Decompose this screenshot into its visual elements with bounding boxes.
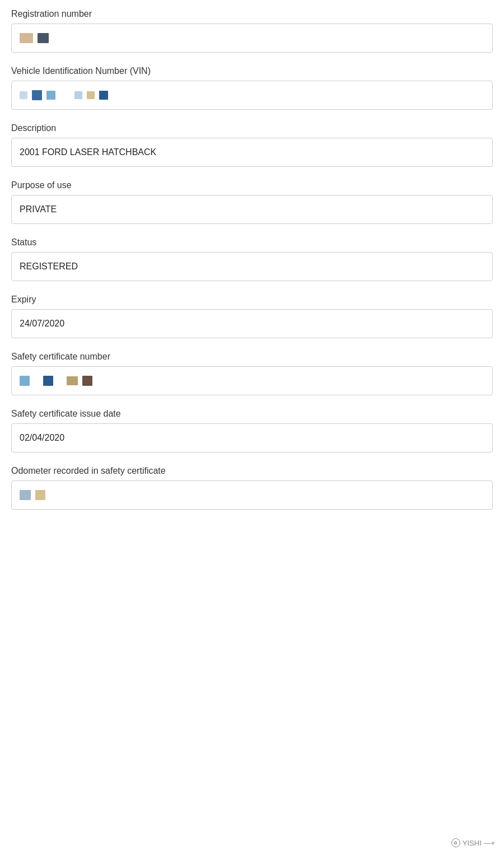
page-container: Registration number Vehicle Identificati… — [0, 0, 504, 532]
status-label: Status — [11, 237, 493, 248]
watermark-text: YISHI —+ — [463, 839, 495, 847]
odometer-value — [11, 480, 493, 510]
odo-pixel-2 — [35, 490, 45, 500]
expiry-text: 24/07/2020 — [20, 319, 64, 329]
registration-number-masked — [20, 33, 49, 43]
reg-pixel-2 — [38, 33, 49, 43]
watermark-icon: ✿ — [451, 838, 460, 847]
reg-pixel-1 — [20, 33, 33, 43]
registration-number-value — [11, 24, 493, 53]
cert-pixel-2 — [43, 376, 53, 386]
vin-pixel-2 — [32, 90, 42, 100]
registration-number-label: Registration number — [11, 9, 493, 19]
description-text: 2001 FORD LASER HATCHBACK — [20, 147, 156, 157]
vin-pixel-1 — [20, 91, 27, 99]
cert-pixel-1 — [20, 376, 30, 386]
safety-cert-date-group: Safety certificate issue date 02/04/2020 — [11, 409, 493, 452]
safety-cert-number-group: Safety certificate number — [11, 352, 493, 395]
expiry-group: Expiry 24/07/2020 — [11, 295, 493, 338]
status-value: REGISTERED — [11, 252, 493, 281]
cert-pixel-4 — [82, 376, 92, 386]
safety-cert-masked — [20, 376, 92, 386]
status-text: REGISTERED — [20, 262, 78, 272]
odometer-label: Odometer recorded in safety certificate — [11, 466, 493, 476]
vin-masked — [20, 90, 108, 100]
vin-value — [11, 81, 493, 110]
watermark: ✿ YISHI —+ — [451, 838, 495, 847]
vin-group: Vehicle Identification Number (VIN) — [11, 66, 493, 110]
cert-pixel-3 — [67, 376, 78, 385]
status-group: Status REGISTERED — [11, 237, 493, 281]
safety-cert-date-value: 02/04/2020 — [11, 423, 493, 452]
safety-cert-date-text: 02/04/2020 — [20, 433, 64, 443]
purpose-of-use-label: Purpose of use — [11, 180, 493, 190]
purpose-of-use-group: Purpose of use PRIVATE — [11, 180, 493, 224]
vin-label: Vehicle Identification Number (VIN) — [11, 66, 493, 76]
odometer-group: Odometer recorded in safety certificate — [11, 466, 493, 510]
vin-pixel-3 — [46, 91, 55, 100]
vin-pixel-5 — [87, 91, 95, 99]
vin-pixel-4 — [74, 91, 82, 99]
safety-cert-number-value — [11, 366, 493, 395]
odometer-masked — [20, 490, 45, 500]
description-value: 2001 FORD LASER HATCHBACK — [11, 138, 493, 167]
expiry-value: 24/07/2020 — [11, 309, 493, 338]
description-group: Description 2001 FORD LASER HATCHBACK — [11, 123, 493, 167]
registration-number-group: Registration number — [11, 9, 493, 53]
vin-pixel-6 — [99, 91, 108, 100]
safety-cert-number-label: Safety certificate number — [11, 352, 493, 362]
odo-pixel-1 — [20, 490, 31, 500]
description-label: Description — [11, 123, 493, 133]
purpose-of-use-value: PRIVATE — [11, 195, 493, 224]
expiry-label: Expiry — [11, 295, 493, 305]
purpose-of-use-text: PRIVATE — [20, 204, 57, 214]
safety-cert-date-label: Safety certificate issue date — [11, 409, 493, 419]
